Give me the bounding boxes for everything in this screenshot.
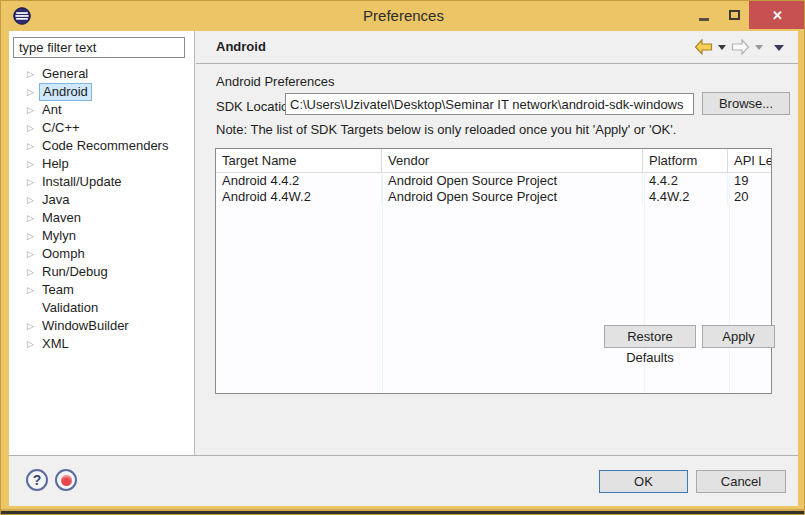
expand-arrow-icon[interactable]: ▷	[27, 137, 39, 155]
sidebar-item-label: Run/Debug	[39, 264, 111, 280]
sidebar-item-team[interactable]: ▷ Team	[9, 281, 194, 299]
section-title: Android Preferences	[216, 74, 335, 89]
expand-arrow-icon[interactable]: ▷	[27, 245, 39, 263]
expand-arrow-icon[interactable]: ▷	[27, 281, 39, 299]
sidebar-item-ant[interactable]: ▷ Ant	[9, 101, 194, 119]
window-title: Preferences	[1, 7, 805, 24]
sidebar-item-mylyn[interactable]: ▷ Mylyn	[9, 227, 194, 245]
sidebar-item-maven[interactable]: ▷ Maven	[9, 209, 194, 227]
sidebar-item-label: Android	[39, 83, 92, 101]
maximize-button[interactable]	[719, 1, 749, 29]
help-button[interactable]: ?	[26, 469, 48, 491]
expand-arrow-icon[interactable]: ▷	[27, 173, 39, 191]
sdk-targets-table: Target Name Vendor Platform API Le... An…	[215, 148, 772, 394]
expand-arrow-icon[interactable]: ▷	[27, 227, 39, 245]
titlebar[interactable]: Preferences ✕	[1, 1, 805, 31]
sidebar-item-android[interactable]: ▷ Android	[9, 83, 194, 101]
page-navigation	[694, 39, 784, 55]
forward-history-chevron-icon[interactable]	[755, 44, 763, 50]
column-divider	[382, 174, 383, 393]
column-header-api-level[interactable]: API Le...	[728, 149, 771, 172]
expand-arrow-icon[interactable]: ▷	[27, 335, 39, 353]
column-divider	[729, 174, 730, 393]
sidebar-item-label: Ant	[39, 102, 65, 118]
column-header-platform[interactable]: Platform	[643, 149, 728, 172]
expand-arrow-icon[interactable]: ▷	[27, 263, 39, 281]
table-cell: Android 4.4W.2	[216, 189, 382, 205]
expand-arrow-icon[interactable]: ▷	[27, 101, 39, 119]
header-divider	[196, 63, 798, 64]
table-row[interactable]: Android 4.4.2Android Open Source Project…	[216, 173, 771, 189]
view-menu-chevron-icon[interactable]	[774, 44, 784, 51]
sidebar-item-label: WindowBuilder	[39, 318, 132, 334]
table-cell: 20	[728, 189, 771, 205]
page-title: Android	[216, 39, 266, 54]
preferences-sidebar: ▷ General ▷ Android ▷ Ant ▷ C/C++ ▷ Code…	[9, 31, 195, 455]
maximize-icon	[729, 10, 740, 20]
expand-arrow-icon[interactable]: ▷	[27, 119, 39, 137]
table-cell: 19	[728, 173, 771, 189]
column-header-target-name[interactable]: Target Name	[216, 149, 382, 172]
sidebar-item-label: Install/Update	[39, 174, 125, 190]
footer-divider	[9, 455, 798, 456]
back-history-chevron-icon[interactable]	[718, 44, 726, 50]
sidebar-item-code-recommenders[interactable]: ▷ Code Recommenders	[9, 137, 194, 155]
sidebar-item-oomph[interactable]: ▷ Oomph	[9, 245, 194, 263]
sidebar-item-windowbuilder[interactable]: ▷ WindowBuilder	[9, 317, 194, 335]
sidebar-item-validation[interactable]: ▷ Validation	[9, 299, 194, 317]
sidebar-item-label: Help	[39, 156, 72, 172]
sdk-targets-body: Android 4.4.2Android Open Source Project…	[216, 173, 771, 205]
sidebar-item-help[interactable]: ▷ Help	[9, 155, 194, 173]
minimize-button[interactable]	[689, 1, 719, 29]
table-cell: 4.4W.2	[643, 189, 728, 205]
sidebar-item-c-c-[interactable]: ▷ C/C++	[9, 119, 194, 137]
sidebar-item-label: General	[39, 66, 91, 82]
forward-arrow-icon[interactable]	[731, 39, 750, 55]
filter-input[interactable]	[13, 37, 185, 58]
dialog-content: ▷ General ▷ Android ▷ Ant ▷ C/C++ ▷ Code…	[9, 31, 798, 506]
table-header: Target Name Vendor Platform API Le...	[216, 149, 771, 173]
expand-arrow-icon[interactable]: ▷	[27, 191, 39, 209]
help-question-icon: ?	[33, 472, 42, 488]
expand-arrow-icon[interactable]: ▷	[27, 209, 39, 227]
close-button[interactable]: ✕	[749, 1, 805, 29]
cancel-button[interactable]: Cancel	[696, 470, 786, 493]
sidebar-item-label: C/C++	[39, 120, 83, 136]
table-cell: Android 4.4.2	[216, 173, 382, 189]
close-icon: ✕	[772, 8, 783, 23]
restore-defaults-button[interactable]: Restore Defaults	[604, 325, 696, 348]
sidebar-item-label: Oomph	[39, 246, 88, 262]
preferences-tree: ▷ General ▷ Android ▷ Ant ▷ C/C++ ▷ Code…	[9, 65, 194, 353]
preference-recorder-button[interactable]	[55, 469, 77, 491]
back-arrow-icon[interactable]	[694, 39, 713, 55]
column-header-vendor[interactable]: Vendor	[382, 149, 643, 172]
preferences-dialog: Preferences ✕ ▷ General ▷ Android ▷ Ant …	[0, 0, 805, 515]
browse-button[interactable]: Browse...	[702, 92, 790, 115]
sidebar-item-xml[interactable]: ▷ XML	[9, 335, 194, 353]
table-cell: Android Open Source Project	[382, 173, 643, 189]
expand-arrow-icon[interactable]: ▷	[27, 155, 39, 173]
sdk-location-input[interactable]	[285, 93, 694, 115]
sidebar-item-label: Validation	[39, 300, 101, 316]
table-row[interactable]: Android 4.4W.2Android Open Source Projec…	[216, 189, 771, 205]
sidebar-item-label: Code Recommenders	[39, 138, 171, 154]
table-cell: Android Open Source Project	[382, 189, 643, 205]
note-text: Note: The list of SDK Targets below is o…	[216, 122, 676, 137]
sidebar-item-label: XML	[39, 336, 72, 352]
table-cell: 4.4.2	[643, 173, 728, 189]
minimize-icon	[699, 18, 709, 21]
sidebar-item-run-debug[interactable]: ▷ Run/Debug	[9, 263, 194, 281]
expand-arrow-icon[interactable]: ▷	[27, 65, 39, 83]
sidebar-item-label: Java	[39, 192, 72, 208]
record-icon	[61, 475, 72, 486]
sidebar-item-java[interactable]: ▷ Java	[9, 191, 194, 209]
ok-button[interactable]: OK	[599, 470, 688, 493]
sidebar-item-label: Maven	[39, 210, 84, 226]
sidebar-item-general[interactable]: ▷ General	[9, 65, 194, 83]
expand-arrow-icon[interactable]: ▷	[27, 83, 39, 101]
apply-button[interactable]: Apply	[702, 325, 775, 348]
sidebar-item-label: Mylyn	[39, 228, 79, 244]
expand-arrow-icon[interactable]: ▷	[27, 317, 39, 335]
sidebar-item-label: Team	[39, 282, 77, 298]
sidebar-item-install-update[interactable]: ▷ Install/Update	[9, 173, 194, 191]
